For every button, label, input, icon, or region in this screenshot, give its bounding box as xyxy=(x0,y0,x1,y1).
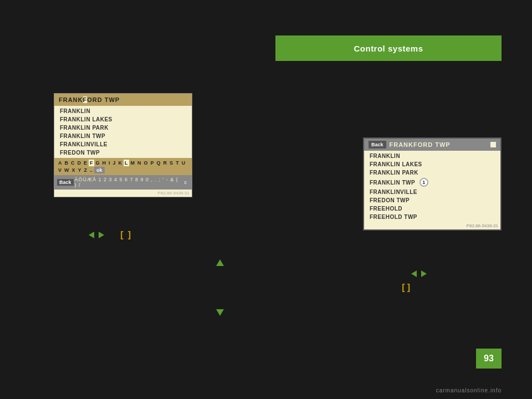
key-v[interactable]: V xyxy=(57,167,63,173)
key-f[interactable]: F xyxy=(89,160,94,166)
key-z[interactable]: Z xyxy=(83,167,89,173)
header-title: Control systems xyxy=(354,44,423,53)
key-dots[interactable]: .. xyxy=(89,167,94,173)
list-item[interactable]: FREEHOLD TWP xyxy=(364,213,500,221)
list-item[interactable]: FRANKLIN TWP xyxy=(54,132,192,140)
key-r[interactable]: R xyxy=(162,160,168,166)
key-i[interactable]: I xyxy=(108,160,111,166)
right-nav-screen: Back FRANKFORD TWP FRANKLIN FRANKLIN LAK… xyxy=(363,137,502,231)
key-x[interactable]: X xyxy=(71,167,76,173)
list-item[interactable]: FRANKLIN xyxy=(54,107,192,115)
left-bottom-arrow[interactable] xyxy=(216,309,224,316)
right-panel-arrow-left[interactable] xyxy=(411,270,417,277)
arrow-right-icon[interactable] xyxy=(99,232,104,238)
list-item[interactable]: FRANKLIN LAKES xyxy=(54,115,192,124)
key-c[interactable]: C xyxy=(70,160,76,166)
key-u[interactable]: U xyxy=(181,160,187,166)
right-screen-titlebar: Back FRANKFORD TWP xyxy=(364,139,500,151)
key-s[interactable]: S xyxy=(168,160,174,166)
step-indicator: 1 xyxy=(420,178,428,187)
key-e[interactable]: E xyxy=(83,160,88,166)
down-arrow-icon[interactable] xyxy=(216,309,224,316)
bottom-logo: carmanualsonline.info xyxy=(436,387,502,393)
part-number-right: P82.86-5439-31 xyxy=(364,222,500,229)
clear-button[interactable]: c xyxy=(182,179,190,186)
list-item[interactable]: FRANKLIN PARK xyxy=(54,124,192,132)
page-number-text: 93 xyxy=(484,354,494,364)
right-nav-list: FRANKLIN FRANKLIN LAKES FRANKLIN PARK FR… xyxy=(364,151,500,222)
key-j[interactable]: J xyxy=(112,160,117,166)
bracket-open-icon: [ xyxy=(120,230,123,240)
key-w[interactable]: W xyxy=(63,167,70,173)
list-item[interactable]: FRANKLINVILLE xyxy=(54,140,192,149)
key-y[interactable]: Y xyxy=(77,167,83,173)
right-screen-title: FRANKFORD TWP xyxy=(390,141,451,148)
right-bracket-open-icon: [ xyxy=(402,283,405,293)
key-n[interactable]: N xyxy=(136,160,142,166)
special-chars: ÄÖÜÆÅ 1 2 3 4 5 6 7 8 9 0 , . ; ' - & ( … xyxy=(75,177,181,188)
key-l[interactable]: L xyxy=(124,160,129,166)
list-item[interactable]: FREEHOLD xyxy=(364,204,500,213)
key-t[interactable]: T xyxy=(175,160,180,166)
left-screen-title: FRANKFORD TWP xyxy=(54,94,192,106)
scroll-indicator xyxy=(490,142,496,147)
left-arrows-area: [ ] xyxy=(89,230,131,240)
list-item[interactable]: FRANKLIN LAKES xyxy=(364,160,500,168)
list-item[interactable]: FRANKLINVILLE xyxy=(364,188,500,196)
key-q[interactable]: Q xyxy=(156,160,162,166)
key-m[interactable]: M xyxy=(130,160,136,166)
back-button-right[interactable]: Back xyxy=(369,141,386,149)
bracket-close-icon: ] xyxy=(128,230,131,240)
key-h[interactable]: H xyxy=(101,160,108,166)
keyboard-row-special: Back ÄÖÜÆÅ 1 2 3 4 5 6 7 8 9 0 , . ; ' -… xyxy=(54,175,192,190)
key-k[interactable]: K xyxy=(117,160,124,166)
control-systems-header: Control systems xyxy=(275,35,502,61)
list-item[interactable]: FREDON TWP xyxy=(364,196,500,204)
key-d[interactable]: D xyxy=(76,160,83,166)
arrow-left-icon[interactable] xyxy=(89,232,94,238)
key-b[interactable]: B xyxy=(64,160,70,166)
back-button-small[interactable]: Back xyxy=(57,179,74,186)
logo-text: carmanualsonline.info xyxy=(436,387,502,393)
key-g[interactable]: G xyxy=(95,160,101,166)
middle-up-arrow[interactable] xyxy=(216,259,224,266)
list-item-text: FRANKLIN TWP xyxy=(370,180,415,186)
part-number-left: P82.86-5438-31 xyxy=(54,190,192,197)
title-suffix: ORD TWP xyxy=(87,96,120,103)
list-item-with-indicator[interactable]: FRANKLIN TWP 1 xyxy=(364,177,500,188)
left-nav-panel: FRANKFORD TWP FRANKLIN FRANKLIN LAKES FR… xyxy=(54,93,192,197)
right-brackets-area: [ ] xyxy=(402,283,410,293)
key-p[interactable]: P xyxy=(150,160,155,166)
ok-button[interactable]: ok xyxy=(94,167,105,173)
left-nav-list: FRANKLIN FRANKLIN LAKES FRANKLIN PARK FR… xyxy=(54,106,192,158)
key-o[interactable]: O xyxy=(143,160,149,166)
keyboard-row-letters: A B C D E F G H I J K L M N O P Q R S T … xyxy=(54,158,192,175)
up-arrow-icon[interactable] xyxy=(216,259,224,266)
left-nav-screen: FRANKFORD TWP FRANKLIN FRANKLIN LAKES FR… xyxy=(54,93,192,197)
right-panel-arrow-right[interactable] xyxy=(421,270,427,277)
page-number: 93 xyxy=(476,349,502,369)
list-item[interactable]: FREDON TWP xyxy=(54,149,192,157)
list-item[interactable]: FRANKLIN xyxy=(364,152,500,160)
right-arrows-area xyxy=(411,270,427,277)
title-prefix: FRANK xyxy=(59,96,83,103)
right-nav-panel: Back FRANKFORD TWP FRANKLIN FRANKLIN LAK… xyxy=(363,137,502,231)
key-a[interactable]: A xyxy=(57,160,63,166)
right-bracket-close-icon: ] xyxy=(407,283,410,293)
list-item[interactable]: FRANKLIN PARK xyxy=(364,168,500,177)
